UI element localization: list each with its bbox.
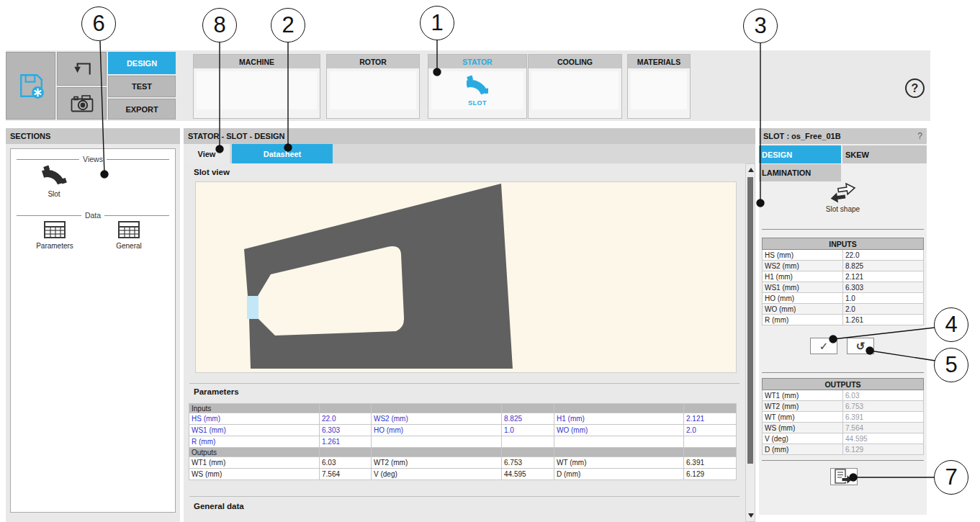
slot-properties-panel: SLOT : os_Free_01B ? DESIGN SKEW LAMINAT… — [759, 128, 927, 515]
table-cell — [502, 448, 554, 457]
param-label: V (deg) — [763, 433, 843, 444]
ribbon-group-materials: MATERIALS — [627, 54, 691, 119]
param-value-readonly: 6.03 — [843, 390, 924, 401]
tab-view[interactable]: View — [184, 144, 230, 163]
panel-help-button[interactable]: ? — [917, 131, 922, 141]
ribbon-tab-materials[interactable]: MATERIALS — [628, 55, 690, 68]
tab-datasheet[interactable]: Datasheet — [232, 144, 333, 163]
table-row: HO (mm)1.0 — [763, 293, 924, 304]
table-cell: 2.121 — [684, 413, 737, 425]
stator-slot-item[interactable]: SLOT — [452, 75, 503, 107]
outputs-title: OUTPUTS — [763, 379, 924, 390]
table-row: WS (mm) 7.564 V (deg) 44.595 D (mm) 6.12… — [189, 469, 737, 480]
param-value-readonly: 6.391 — [843, 412, 924, 423]
param-label: WS (mm) — [763, 423, 843, 433]
camera-button[interactable] — [57, 87, 107, 120]
table-cell: Inputs — [189, 404, 320, 413]
stator-slot-item-label: SLOT — [468, 99, 487, 107]
param-label: R (mm) — [763, 315, 843, 325]
apply-button[interactable]: ✓ — [810, 338, 837, 354]
export-mode-button[interactable]: EXPORT — [108, 99, 176, 120]
table-section-row: Inputs — [189, 404, 737, 413]
table-row: WT2 (mm)6.753 — [763, 401, 924, 412]
separator — [762, 229, 924, 230]
slot-view-title: Slot view — [194, 168, 230, 176]
undo-arrow-button[interactable] — [57, 52, 107, 86]
panel-title: SLOT : os_Free_01B — [763, 132, 841, 140]
panel-tab-design[interactable]: DESIGN — [759, 145, 841, 163]
param-value-field[interactable]: 6.303 — [843, 282, 924, 293]
scrollbar-thumb[interactable] — [747, 177, 753, 464]
slot-icon — [41, 165, 67, 186]
callout-number: 2 — [282, 12, 294, 38]
main-content: Slot view Parameters Inputs HS (mm) 22.0 — [184, 163, 745, 522]
callout-6: 6 — [81, 6, 116, 41]
table-cell: R (mm) — [189, 436, 320, 448]
ribbon-tab-stator[interactable]: STATOR — [428, 55, 526, 68]
general-data-title: General data — [194, 502, 244, 510]
ribbon-tab-rotor[interactable]: ROTOR — [327, 55, 419, 68]
param-label: WS2 (mm) — [763, 261, 843, 271]
app-window: DESIGN TEST EXPORT MACHINE ROTOR STATOR — [0, 0, 980, 522]
callout-5: 5 — [934, 348, 968, 382]
param-value-field[interactable]: 22.0 — [843, 250, 924, 261]
slot-shape-selector[interactable]: Slot shape — [759, 183, 927, 213]
vertical-scrollbar[interactable] — [745, 163, 755, 522]
table-row: R (mm) 1.261 — [189, 436, 737, 448]
table-row: HS (mm)22.0 — [763, 250, 924, 261]
ribbon-tab-cooling[interactable]: COOLING — [529, 55, 621, 68]
test-mode-button[interactable]: TEST — [108, 76, 176, 97]
table-row: WT1 (mm) 6.03 WT2 (mm) 6.753 WT (mm) 6.3… — [189, 457, 737, 469]
callout-number: 8 — [213, 12, 225, 38]
panel-tab-skew[interactable]: SKEW — [842, 145, 927, 163]
table-row: V (deg)44.595 — [763, 433, 924, 444]
param-value-field[interactable]: 8.825 — [843, 261, 924, 271]
table-cell: 6.391 — [684, 457, 737, 469]
param-value-field[interactable]: 1.261 — [843, 315, 924, 325]
table-cell — [372, 436, 502, 448]
param-value-field[interactable]: 2.121 — [843, 271, 924, 282]
ribbon-group-rotor: ROTOR — [326, 54, 420, 119]
callout-number: 7 — [945, 464, 957, 490]
export-slot-button[interactable] — [830, 468, 858, 485]
slot-view-image — [195, 181, 737, 373]
table-cell — [554, 436, 684, 448]
table-cell: WS (mm) — [189, 469, 320, 480]
table-row: HS (mm) 22.0 WS2 (mm) 8.825 H1 (mm) 2.12… — [189, 413, 737, 425]
panel-tab-lamination[interactable]: LAMINATION — [759, 164, 841, 181]
param-label: WT (mm) — [763, 412, 843, 423]
callout-8: 8 — [202, 8, 237, 42]
sidebar-item-parameters-label: Parameters — [36, 242, 73, 250]
sidebar-item-slot[interactable]: Slot — [38, 165, 70, 198]
ribbon-group-stator: STATOR SLOT — [428, 54, 527, 119]
param-value-field[interactable]: 2.0 — [843, 304, 924, 315]
scroll-down-arrow-icon[interactable] — [748, 513, 754, 518]
table-row: WS1 (mm)6.303 — [763, 282, 924, 293]
table-row: WS1 (mm) 6.303 HO (mm) 1.0 WO (mm) 2.0 — [189, 425, 737, 436]
param-value-field[interactable]: 1.0 — [843, 293, 924, 304]
ribbon-tab-machine[interactable]: MACHINE — [194, 55, 320, 68]
scroll-up-arrow-icon[interactable] — [748, 168, 754, 172]
table-cell — [320, 448, 372, 457]
table-cell: 2.0 — [684, 425, 737, 436]
design-mode-button[interactable]: DESIGN — [108, 52, 176, 74]
table-row: WT1 (mm)6.03 — [763, 390, 924, 401]
separator — [762, 372, 924, 373]
reset-button[interactable]: ↺ — [847, 338, 874, 354]
table-cell: D (mm) — [554, 469, 684, 480]
table-cell — [684, 436, 737, 448]
table-row: WT (mm)6.391 — [763, 412, 924, 423]
sections-panel: Views Slot Data Paramete — [10, 148, 176, 513]
sidebar-item-parameters[interactable]: Parameters — [22, 221, 87, 250]
table-cell: 22.0 — [320, 413, 372, 425]
panel-header: SLOT : os_Free_01B ? — [759, 128, 927, 144]
param-value-readonly: 44.595 — [843, 433, 924, 444]
table-cell — [372, 404, 502, 413]
return-arrow-icon — [71, 59, 93, 79]
sidebar-item-general[interactable]: General — [100, 221, 158, 250]
table-cell: H1 (mm) — [554, 413, 684, 425]
save-button[interactable] — [6, 52, 55, 120]
table-icon — [118, 221, 140, 238]
help-button[interactable]: ? — [905, 78, 925, 98]
outputs-table: OUTPUTS WT1 (mm)6.03 WT2 (mm)6.753 WT (m… — [762, 378, 924, 455]
